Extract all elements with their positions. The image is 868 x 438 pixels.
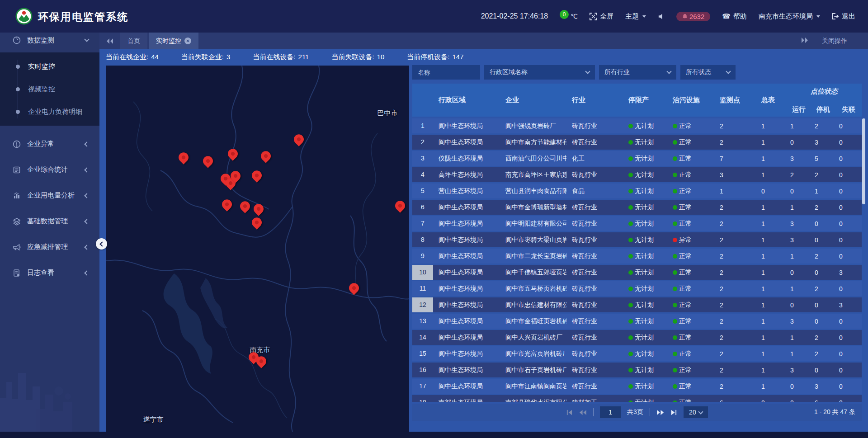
table-row[interactable]: 2 阆中生态环境局 阆中市南方节能建材有 砖瓦行业 无计划 正常 2 1 0 3… bbox=[412, 135, 862, 150]
cell-monitor: 1 bbox=[714, 188, 756, 195]
cell-index: 14 bbox=[412, 330, 433, 345]
page-size-select[interactable]: 20 bbox=[684, 406, 708, 418]
table-row[interactable]: 18 南部生态环境局 南部县瑞华水泥有限公 建材加工 无计划 正常 6 0 0 … bbox=[412, 395, 862, 402]
status-dot bbox=[673, 400, 677, 402]
status-select[interactable]: 所有状态 bbox=[680, 65, 736, 80]
col-monitor: 监测点 bbox=[714, 84, 756, 117]
cell-region: 南部生态环境局 bbox=[433, 399, 500, 402]
org-dropdown[interactable]: 南充市生态环境局 bbox=[759, 12, 820, 21]
sidebar-collapse-handle[interactable] bbox=[96, 238, 107, 250]
status-dot bbox=[628, 156, 633, 161]
region-select[interactable]: 行政区域名称 bbox=[484, 65, 595, 80]
status-stat: 当前失联企业: 3 bbox=[181, 53, 231, 61]
table-row[interactable]: 15 阆中生态环境局 阆中市光富页岩机砖厂 砖瓦行业 无计划 正常 2 1 1 … bbox=[412, 346, 862, 361]
table-row[interactable]: 17 阆中生态环境局 阆中市江南镇阆南页岩 砖瓦行业 无计划 正常 2 1 0 … bbox=[412, 379, 862, 394]
table-row[interactable]: 16 阆中生态环境局 阆中市石子页岩机砖厂 砖瓦行业 无计划 正常 2 1 3 … bbox=[412, 363, 862, 377]
city-skyline-decoration bbox=[0, 355, 99, 432]
table-scrollbar[interactable] bbox=[862, 118, 865, 204]
cell-facility: 正常 bbox=[667, 203, 714, 212]
tab-realtime-monitor[interactable]: 实时监控 ✕ bbox=[149, 33, 198, 49]
fullscreen-button[interactable]: 全屏 bbox=[590, 12, 613, 21]
sidebar-item-power-analysis[interactable]: 企业用电量分析 bbox=[0, 183, 99, 208]
cell-meter: 0 bbox=[756, 399, 787, 402]
sidebar-item-base-data[interactable]: 基础数据管理 bbox=[0, 208, 99, 234]
sidebar-group-data-monitor[interactable]: 数据监测 bbox=[0, 33, 99, 48]
cell-industry: 砖瓦行业 bbox=[566, 334, 623, 342]
cell-run: 1 bbox=[787, 350, 811, 358]
map-view[interactable]: 巴中市 南充市 遂宁市 bbox=[106, 66, 409, 432]
sidebar-submenu-item[interactable]: 企业电力负荷明细 bbox=[0, 100, 99, 123]
table-row[interactable]: 9 阆中生态环境局 阆中市二龙长宝页岩砖 砖瓦行业 无计划 正常 2 1 1 2… bbox=[412, 249, 862, 264]
cell-region: 阆中生态环境局 bbox=[433, 138, 500, 146]
status-dot bbox=[628, 303, 633, 307]
cell-index: 2 bbox=[412, 135, 433, 150]
help-button[interactable]: ☎ 帮助 bbox=[722, 12, 747, 21]
cell-monitor: 2 bbox=[714, 367, 756, 374]
bell-icon bbox=[682, 14, 688, 19]
cell-region: 阆中生态环境局 bbox=[433, 366, 500, 374]
next-page-button[interactable] bbox=[656, 409, 664, 416]
cell-region: 阆中生态环境局 bbox=[433, 334, 500, 342]
cell-facility: 正常 bbox=[667, 252, 714, 260]
fullscreen-icon bbox=[590, 13, 597, 20]
theme-dropdown[interactable]: 主题 bbox=[625, 12, 646, 21]
logout-button[interactable]: 退出 bbox=[832, 12, 855, 21]
industry-select[interactable]: 所有行业 bbox=[599, 65, 676, 80]
double-chevron-right-icon bbox=[801, 37, 808, 43]
name-search-field[interactable] bbox=[412, 65, 480, 80]
status-stat: 当前在线企业: 44 bbox=[106, 53, 159, 61]
close-operations-dropdown[interactable]: 关闭操作 bbox=[822, 37, 847, 45]
page-number-input[interactable]: 1 bbox=[600, 406, 621, 418]
sidebar-item-enterprise-abnormal[interactable]: 企业异常 bbox=[0, 131, 99, 157]
cell-stop: 0 bbox=[811, 236, 835, 244]
table-row[interactable]: 10 阆中生态环境局 阆中千佛镇五郎垭页岩 砖瓦行业 无计划 正常 2 1 0 … bbox=[412, 265, 862, 280]
cell-index: 12 bbox=[412, 297, 433, 312]
chevron-down-icon bbox=[666, 69, 671, 74]
status-dot bbox=[673, 140, 677, 145]
cell-company: 阆中市金博瑞新型墙材 bbox=[500, 203, 566, 212]
status-dot bbox=[673, 254, 677, 259]
sidebar-item-emergency-reduction[interactable]: 应急减排管理 bbox=[0, 234, 99, 260]
cell-meter: 1 bbox=[756, 350, 787, 358]
close-icon[interactable]: ✕ bbox=[184, 38, 191, 44]
table-row[interactable]: 11 阆中生态环境局 阆中市五马桥页岩机砖 砖瓦行业 无计划 正常 2 1 1 … bbox=[412, 281, 862, 296]
table-row[interactable]: 12 阆中生态环境局 阆中市忠信建材有限公 砖瓦行业 无计划 正常 2 1 0 … bbox=[412, 297, 862, 312]
cell-lost: 0 bbox=[835, 155, 862, 162]
table-row[interactable]: 6 阆中生态环境局 阆中市金博瑞新型墙材 砖瓦行业 无计划 正常 2 1 1 2… bbox=[412, 200, 862, 215]
status-dot bbox=[628, 352, 633, 356]
mute-button[interactable] bbox=[658, 13, 665, 20]
tabs-scroll-left-button[interactable] bbox=[99, 38, 120, 44]
table-row[interactable]: 13 阆中生态环境局 阆中市金福旺页岩机砖 砖瓦行业 无计划 正常 2 1 3 … bbox=[412, 314, 862, 329]
table-row[interactable]: 5 营山生态环境局 营山县润丰肉食品有限 食品 无计划 正常 1 0 0 1 0 bbox=[412, 184, 862, 198]
table-row[interactable]: 3 仪陇生态环境局 西南油气田分公司川中 化工 无计划 正常 7 1 3 5 0 bbox=[412, 151, 862, 166]
sidebar-item-log-view[interactable]: 日志查看 bbox=[0, 260, 99, 286]
table-row[interactable]: 4 高坪生态环境局 南充市高坪区王家店建 砖瓦行业 无计划 正常 3 1 2 2… bbox=[412, 167, 862, 182]
cell-lost: 0 bbox=[835, 236, 862, 244]
status-dot bbox=[628, 335, 633, 340]
table-row[interactable]: 1 阆中生态环境局 阆中强锐页岩砖厂 砖瓦行业 无计划 正常 2 1 1 2 0 bbox=[412, 118, 862, 133]
name-search-input[interactable] bbox=[418, 69, 475, 76]
tabs-scroll-right-button[interactable] bbox=[801, 37, 808, 45]
cell-meter: 1 bbox=[756, 253, 787, 260]
cell-stop: 5 bbox=[811, 155, 835, 162]
cell-limit: 无计划 bbox=[623, 334, 667, 342]
table-row[interactable]: 7 阆中生态环境局 阆中明阳建材有限公司 砖瓦行业 无计划 正常 2 1 3 0… bbox=[412, 216, 862, 231]
cell-industry: 砖瓦行业 bbox=[566, 317, 623, 325]
alarm-count-badge[interactable]: 2632 bbox=[676, 12, 710, 21]
sidebar-submenu-item[interactable]: 视频监控 bbox=[0, 78, 99, 100]
table-row[interactable]: 8 阆中生态环境局 阆中市枣碧大梁山页岩 砖瓦行业 无计划 异常 2 1 3 0… bbox=[412, 232, 862, 247]
table-header: 行政区域 企业 行业 停限产 治污设施 监测点 总表 点位状态 运行 停机 失联 bbox=[412, 84, 862, 117]
table-row[interactable]: 14 阆中生态环境局 阆中大兴页岩机砖厂 砖瓦行业 无计划 正常 2 1 1 2… bbox=[412, 330, 862, 345]
first-page-button[interactable] bbox=[566, 409, 573, 416]
tab-home[interactable]: 首页 bbox=[120, 33, 147, 49]
sidebar-submenu-item[interactable]: 实时监控 bbox=[0, 55, 99, 78]
cell-company: 南充市高坪区王家店建 bbox=[500, 171, 566, 179]
alarm-count: 2632 bbox=[689, 13, 704, 20]
cell-industry: 建材加工 bbox=[566, 399, 623, 402]
last-page-button[interactable] bbox=[670, 409, 677, 416]
sidebar-item-enterprise-statistics[interactable]: 企业综合统计 bbox=[0, 157, 99, 183]
prev-page-button[interactable] bbox=[579, 409, 587, 416]
cell-facility: 正常 bbox=[667, 366, 714, 374]
cell-run: 1 bbox=[787, 334, 811, 341]
status-dot bbox=[628, 124, 633, 128]
